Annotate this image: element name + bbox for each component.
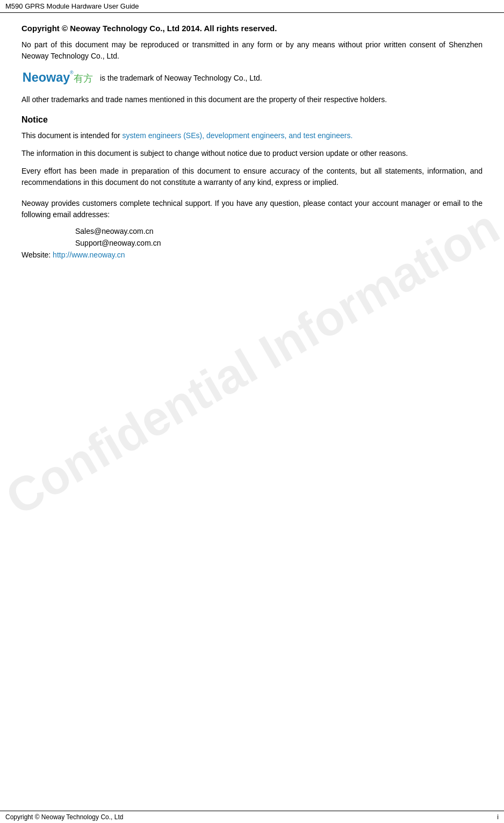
footer-bar: Copyright © Neoway Technology Co., Ltd i [0,811,504,823]
copyright-para1: No part of this document may be reproduc… [21,39,483,62]
notice-para1-prefix: This document is intended for [21,131,123,140]
main-content: Confidential Information Copyright © Neo… [0,13,504,811]
svg-text:Neoway: Neoway [23,70,70,84]
notice-section: Notice This document is intended for sys… [21,115,483,188]
notice-heading: Notice [21,115,483,125]
notice-para1: This document is intended for system eng… [21,130,483,141]
copyright-para2: All other trademarks and trade names men… [21,94,483,105]
website-prefix: Website: [21,251,53,259]
website-line: Website: http://www.neoway.cn [21,251,483,259]
notice-para1-link[interactable]: system engineers (SEs), development engi… [123,131,353,140]
notice-para3: Every effort has been made in preparatio… [21,166,483,188]
website-link[interactable]: http://www.neoway.cn [53,251,125,259]
notice-para2: The information in this document is subj… [21,148,483,159]
contact-para1: Neoway provides customers complete techn… [21,198,483,220]
logo-trademark-text: is the trademark of Neoway Technology Co… [100,74,262,82]
neoway-logo: Neoway 有方 ® [21,68,99,88]
svg-text:有方: 有方 [74,73,93,84]
footer-copyright: Copyright © Neoway Technology Co., Ltd [5,813,123,821]
page-wrapper: M590 GPRS Module Hardware User Guide Con… [0,0,504,823]
email1: Sales@neoway.com.cn [75,227,483,235]
header-bar: M590 GPRS Module Hardware User Guide [0,0,504,13]
svg-text:®: ® [70,70,74,75]
contact-section: Neoway provides customers complete techn… [21,198,483,259]
footer-page-number: i [497,813,499,821]
header-title: M590 GPRS Module Hardware User Guide [5,2,139,10]
neoway-logo-svg: Neoway 有方 ® [21,68,99,88]
copyright-heading: Copyright © Neoway Technology Co., Ltd 2… [21,24,483,33]
logo-line: Neoway 有方 ® is the trademark of Neoway T… [21,68,483,88]
email2: Support@neoway.com.cn [75,239,483,247]
